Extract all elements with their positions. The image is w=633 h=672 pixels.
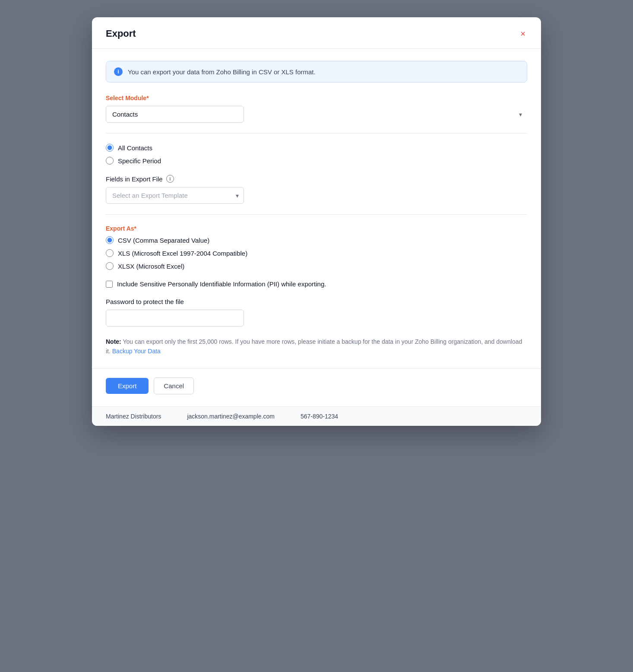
template-select[interactable]: Select an Export Template [106, 187, 244, 204]
radio-xlsx-label: XLSX (Microsoft Excel) [118, 263, 184, 270]
divider-2 [106, 214, 527, 215]
radio-xls-input[interactable] [106, 249, 114, 257]
close-button[interactable]: × [519, 28, 527, 40]
date-range-group: All Contacts Specific Period [106, 144, 527, 165]
phone: 567-890-1234 [301, 413, 338, 420]
note-text: Note: You can export only the first 25,0… [106, 337, 527, 356]
info-icon: i [114, 67, 123, 76]
info-banner-text: You can export your data from Zoho Billi… [128, 68, 316, 76]
select-module-label: Select Module* [106, 95, 527, 101]
radio-xlsx[interactable]: XLSX (Microsoft Excel) [106, 262, 527, 270]
company-name: Martinez Distributors [106, 413, 161, 420]
fields-label-container: Fields in Export File i [106, 175, 527, 183]
radio-csv-label: CSV (Comma Separated Value) [118, 237, 209, 244]
radio-specific-period-input[interactable] [106, 157, 114, 165]
radio-all-contacts-label: All Contacts [118, 144, 152, 152]
fields-info-icon[interactable]: i [166, 175, 174, 183]
backup-link[interactable]: Backup Your Data [112, 348, 161, 355]
radio-xls-label: XLS (Microsoft Excel 1997-2004 Compatibl… [118, 250, 247, 257]
divider-1 [106, 133, 527, 133]
info-banner: i You can export your data from Zoho Bil… [106, 61, 527, 82]
email: jackson.martinez@example.com [187, 413, 275, 420]
password-input[interactable] [106, 310, 244, 326]
radio-xlsx-input[interactable] [106, 262, 114, 270]
radio-specific-period-label: Specific Period [118, 157, 161, 165]
radio-all-contacts-input[interactable] [106, 144, 114, 152]
password-label: Password to protect the file [106, 298, 527, 305]
module-select-chevron-icon: ▾ [519, 111, 522, 118]
export-button[interactable]: Export [106, 378, 149, 394]
radio-csv[interactable]: CSV (Comma Separated Value) [106, 236, 527, 244]
module-select[interactable]: Contacts Invoices Expenses [106, 106, 244, 123]
background-table-row: Martinez Distributors jackson.martinez@e… [92, 406, 541, 426]
template-select-wrapper: Select an Export Template ▾ [106, 187, 244, 204]
cancel-button[interactable]: Cancel [154, 377, 194, 394]
pii-checkbox-label[interactable]: Include Sensitive Personally Identifiabl… [117, 280, 326, 288]
radio-specific-period[interactable]: Specific Period [106, 157, 527, 165]
modal-title: Export [106, 28, 136, 39]
module-select-wrapper: Contacts Invoices Expenses ▾ [106, 106, 527, 123]
pii-checkbox[interactable] [106, 281, 113, 288]
radio-all-contacts[interactable]: All Contacts [106, 144, 527, 152]
radio-xls[interactable]: XLS (Microsoft Excel 1997-2004 Compatibl… [106, 249, 527, 257]
export-as-label: Export As* [106, 225, 527, 232]
fields-label-text: Fields in Export File [106, 175, 163, 183]
export-format-group: CSV (Comma Separated Value) XLS (Microso… [106, 236, 527, 270]
pii-checkbox-item: Include Sensitive Personally Identifiabl… [106, 280, 527, 288]
modal-footer: Export Cancel [92, 368, 541, 406]
radio-csv-input[interactable] [106, 236, 114, 244]
